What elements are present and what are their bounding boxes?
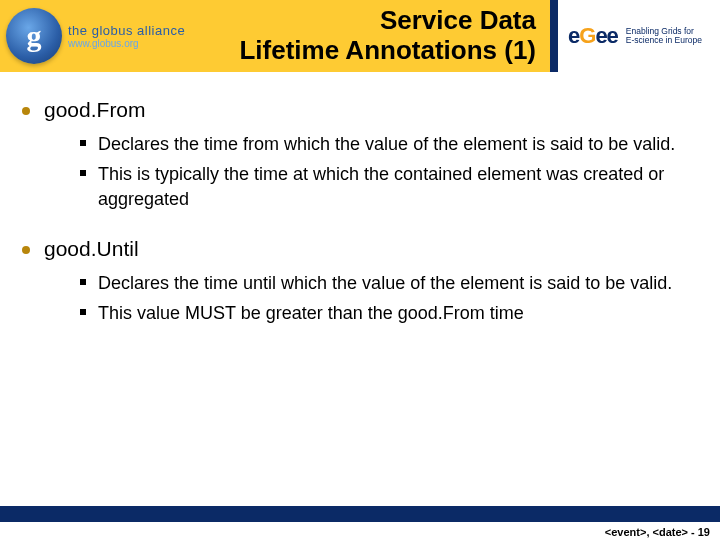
bullet-level2: This is typically the time at which the … bbox=[80, 162, 692, 211]
bullet-square-icon bbox=[80, 279, 86, 285]
header-separator bbox=[550, 0, 558, 72]
bullet-text: Declares the time from which the value o… bbox=[98, 132, 675, 156]
bullet-square-icon bbox=[80, 309, 86, 315]
bullet-text: This value MUST be greater than the good… bbox=[98, 301, 524, 325]
bullet-text: This is typically the time at which the … bbox=[98, 162, 692, 211]
globus-letter: g bbox=[27, 19, 42, 53]
title-block: Service Data Lifetime Annotations (1) bbox=[190, 0, 550, 72]
globus-line1: the globus alliance bbox=[68, 24, 185, 37]
slide: g the globus alliance www.globus.org Ser… bbox=[0, 0, 720, 540]
bullet-dot-icon bbox=[22, 107, 30, 115]
page-number: 19 bbox=[698, 526, 710, 538]
bullet-level2: Declares the time until which the value … bbox=[80, 271, 692, 295]
globus-logo: g the globus alliance www.globus.org bbox=[0, 0, 190, 72]
bullet-dot-icon bbox=[22, 246, 30, 254]
footer-bar bbox=[0, 506, 720, 522]
header-band: g the globus alliance www.globus.org Ser… bbox=[0, 0, 720, 72]
bullet-label: good.From bbox=[44, 98, 146, 122]
footer-text: <event>, <date> - 19 bbox=[605, 526, 710, 538]
title-line1: Service Data bbox=[380, 5, 536, 35]
sub-list: Declares the time until which the value … bbox=[80, 271, 692, 326]
title-line2: Lifetime Annotations (1) bbox=[239, 35, 536, 65]
bullet-text: Declares the time until which the value … bbox=[98, 271, 672, 295]
egee-tagline: Enabling Grids for E-science in Europe bbox=[626, 27, 702, 46]
bullet-level2: This value MUST be greater than the good… bbox=[80, 301, 692, 325]
slide-body: good.From Declares the time from which t… bbox=[0, 72, 720, 506]
bullet-square-icon bbox=[80, 140, 86, 146]
globus-text: the globus alliance www.globus.org bbox=[68, 24, 185, 49]
slide-title: Service Data Lifetime Annotations (1) bbox=[239, 6, 536, 66]
bullet-level1: good.Until bbox=[22, 237, 692, 261]
sub-list: Declares the time from which the value o… bbox=[80, 132, 692, 211]
bullet-square-icon bbox=[80, 170, 86, 176]
bullet-label: good.Until bbox=[44, 237, 139, 261]
bullet-level1: good.From bbox=[22, 98, 692, 122]
footer-meta: <event>, <date> bbox=[605, 526, 688, 538]
egee-mark: eGee bbox=[568, 23, 618, 49]
globus-line2: www.globus.org bbox=[68, 39, 185, 49]
bullet-level2: Declares the time from which the value o… bbox=[80, 132, 692, 156]
globus-icon: g bbox=[6, 8, 62, 64]
egee-logo: eGee Enabling Grids for E-science in Eur… bbox=[558, 0, 720, 72]
